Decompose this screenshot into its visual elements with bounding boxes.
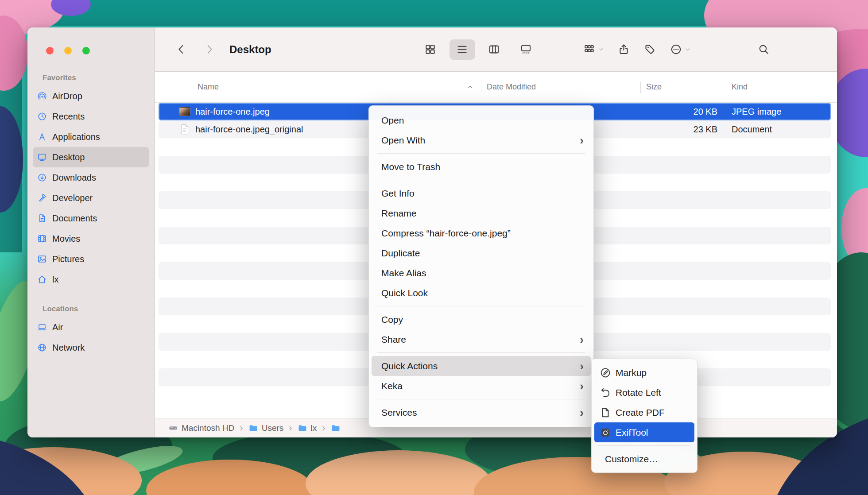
rotate-left-icon — [600, 387, 611, 398]
path-separator-icon: › — [240, 423, 243, 433]
view-button-gallery-view[interactable] — [513, 39, 539, 60]
zoom-button[interactable] — [82, 47, 90, 54]
menu-item-share[interactable]: Share › — [372, 329, 591, 349]
menu-separator — [377, 352, 585, 353]
group-button[interactable] — [583, 43, 604, 55]
sidebar-item-applications[interactable]: Applications — [33, 127, 149, 147]
submenu-item-label: Customize… — [605, 454, 658, 464]
path-item-label: Macintosh HD — [182, 423, 234, 433]
sidebar-item-developer[interactable]: Developer — [33, 188, 149, 208]
sidebar-item-lx[interactable]: lx — [33, 269, 149, 290]
path-item[interactable] — [331, 423, 341, 433]
close-button[interactable] — [46, 47, 54, 54]
sidebar-item-label: Pictures — [52, 254, 84, 264]
sidebar-section-favorites: Favorites AirDrop Recents Applications D… — [27, 73, 155, 290]
menu-item-quick-actions[interactable]: Quick Actions › — [372, 356, 591, 376]
column-header-kind[interactable]: Kind — [726, 72, 831, 102]
gallery-view-icon — [520, 43, 532, 55]
sidebar-item-recents[interactable]: Recents — [33, 106, 149, 127]
menu-item-get-info[interactable]: Get Info — [372, 183, 591, 203]
group-icon — [583, 43, 595, 55]
sidebar-item-network[interactable]: Network — [33, 337, 149, 358]
menu-item-make-alias[interactable]: Make Alias — [372, 263, 591, 283]
submenu-item-markup[interactable]: Markup — [594, 363, 694, 383]
menu-item-open-with[interactable]: Open With › — [372, 130, 591, 150]
view-button-grid-view[interactable] — [418, 39, 443, 60]
sidebar-item-documents[interactable]: Documents — [33, 208, 149, 228]
column-header-size[interactable]: Size — [641, 72, 726, 102]
hammer-icon — [37, 193, 47, 203]
submenu-chevron-icon: › — [580, 407, 584, 418]
menu-item-rename[interactable]: Rename — [372, 203, 591, 223]
view-button-column-view[interactable] — [481, 39, 507, 60]
sidebar-item-pictures[interactable]: Pictures — [33, 249, 149, 269]
menu-item-compress-hair-force-one-jpeg[interactable]: Compress “hair-force-one.jpeg” — [372, 223, 591, 243]
photo-icon — [37, 254, 47, 264]
path-item-label: lx — [311, 423, 317, 433]
more-button[interactable] — [670, 43, 690, 55]
grid-view-icon — [424, 43, 436, 55]
sidebar-item-movies[interactable]: Movies — [33, 228, 149, 249]
applications-icon — [37, 132, 47, 142]
search-button[interactable] — [758, 43, 770, 55]
sidebar-sections: Favorites AirDrop Recents Applications D… — [27, 73, 155, 358]
submenu-item-customize[interactable]: Customize… — [594, 449, 694, 469]
sidebar-item-air[interactable]: Air — [33, 317, 149, 337]
column-label: Kind — [732, 82, 748, 92]
sidebar-item-airdrop[interactable]: AirDrop — [33, 86, 149, 106]
menu-item-services[interactable]: Services › — [372, 402, 591, 422]
menu-separator — [377, 153, 585, 154]
menu-item-open[interactable]: Open — [372, 110, 591, 130]
menu-item-label: Open — [381, 115, 404, 126]
column-header-name[interactable]: Name — [159, 72, 481, 102]
view-button-list-view[interactable] — [450, 39, 475, 60]
menu-item-keka[interactable]: Keka › — [372, 376, 591, 396]
submenu-item-rotate-left[interactable]: Rotate Left — [594, 383, 694, 402]
view-mode-buttons — [418, 39, 539, 60]
menu-item-copy[interactable]: Copy — [372, 309, 591, 329]
sidebar: Favorites AirDrop Recents Applications D… — [27, 27, 155, 437]
share-button[interactable] — [618, 43, 630, 55]
path-item-lx[interactable]: lx — [298, 423, 317, 433]
desktop-icon — [37, 152, 47, 162]
sidebar-item-label: Downloads — [52, 173, 96, 183]
tag-button[interactable] — [644, 43, 656, 55]
submenu-item-label: Create PDF — [616, 407, 665, 418]
share-icon — [618, 43, 630, 55]
path-item-macintosh-hd[interactable]: Macintosh HD — [168, 423, 234, 433]
path-separator-icon: › — [322, 423, 325, 433]
column-label: Date Modified — [487, 82, 536, 92]
submenu-item-create-pdf[interactable]: Create PDF — [594, 402, 694, 422]
sidebar-item-desktop[interactable]: Desktop — [33, 147, 149, 167]
submenu-item-exiftool[interactable]: ExifTool — [594, 422, 694, 442]
tag-icon — [644, 43, 656, 55]
sidebar-item-label: Desktop — [52, 152, 85, 162]
minimize-button[interactable] — [64, 47, 72, 54]
downloads-icon — [37, 173, 47, 182]
sidebar-section-title: Locations — [27, 305, 155, 313]
file-kind: JPEG image — [726, 107, 831, 117]
toolbar-actions — [583, 43, 770, 55]
menu-item-duplicate[interactable]: Duplicate — [372, 243, 591, 263]
menu-item-move-to-trash[interactable]: Move to Trash — [372, 157, 591, 177]
column-label: Size — [646, 82, 662, 92]
menu-item-label: Compress “hair-force-one.jpeg” — [381, 228, 511, 239]
menu-separator — [377, 399, 585, 399]
menu-item-label: Copy — [381, 314, 403, 325]
documents-icon — [37, 213, 47, 223]
sidebar-item-label: Developer — [52, 193, 93, 203]
menu-item-label: Quick Actions — [381, 361, 438, 371]
menu-item-quick-look[interactable]: Quick Look — [372, 283, 591, 303]
sidebar-item-downloads[interactable]: Downloads — [33, 167, 149, 188]
quick-actions-submenu: Markup Rotate Left Create PDF ExifTool C… — [591, 359, 698, 473]
window-controls — [46, 47, 90, 54]
menu-item-label: Open With — [381, 135, 425, 146]
back-button[interactable] — [175, 43, 187, 55]
airdrop-icon — [37, 91, 47, 101]
forward-button[interactable] — [203, 43, 215, 55]
sidebar-item-label: Applications — [52, 132, 100, 142]
column-header-date-modified[interactable]: Date Modified — [481, 72, 641, 102]
menu-separator — [377, 306, 585, 306]
menu-item-label: Move to Trash — [381, 162, 440, 172]
path-item-users[interactable]: Users — [248, 423, 284, 433]
